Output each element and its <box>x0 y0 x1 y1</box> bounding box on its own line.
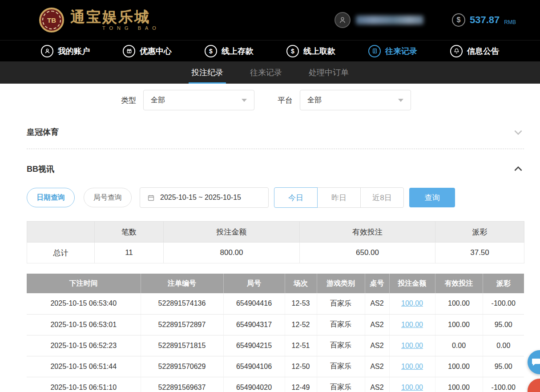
logo-chip-icon: TB <box>39 8 64 32</box>
today-button[interactable]: 今日 <box>274 187 318 208</box>
bet-amount-link[interactable]: 100.00 <box>401 321 423 328</box>
col-header-session: 场次 <box>285 274 317 293</box>
nav-label: 往来记录 <box>385 46 417 57</box>
filter-row: 类型 全部 平台 全部 <box>121 90 524 110</box>
nav-item-withdraw[interactable]: $ 线上取款 <box>286 45 335 57</box>
date-range-picker[interactable]: 2025-10-15 ~ 2025-10-15 <box>140 187 269 208</box>
top-header: TB 通宝娱乐城 TONG BAO $ 537.87 RMB <box>0 0 540 40</box>
round-cell: 654904317 <box>223 314 285 335</box>
table-no-cell: AS2 <box>365 377 389 392</box>
table-row: 2025-10-15 06:53:40 522891574136 6549044… <box>27 293 524 314</box>
search-button[interactable]: 查询 <box>409 188 455 207</box>
session-cell: 12-53 <box>285 293 317 314</box>
summary-bet-value: 800.00 <box>164 242 300 263</box>
type-label: 类型 <box>121 95 136 105</box>
bet-amount-link[interactable]: 100.00 <box>401 363 423 370</box>
chevron-down-icon <box>242 99 247 102</box>
table-no-cell: AS2 <box>365 314 389 335</box>
user-icon <box>41 45 53 57</box>
table-row: 2025-10-15 06:52:23 522891571815 6549042… <box>27 335 524 356</box>
bet-time-cell: 2025-10-15 06:51:44 <box>27 356 141 377</box>
summary-count-value: 11 <box>95 242 164 263</box>
type-select[interactable]: 全部 <box>143 90 254 110</box>
nav-label: 线上取款 <box>303 46 335 57</box>
balance-amount: 537.87 <box>470 14 500 26</box>
main-nav: 我的账户 优惠中心 $ 线上存款 $ 线上取款 往来记录 <box>0 40 540 61</box>
round-cell: 654904106 <box>223 356 285 377</box>
col-header-bet-id: 注单编号 <box>141 274 223 293</box>
payout-cell: -100.00 <box>483 293 524 314</box>
balance-display[interactable]: $ 537.87 RMB <box>452 13 516 27</box>
nav-item-promotions[interactable]: 优惠中心 <box>123 45 172 57</box>
payout-cell: 95.00 <box>483 356 524 377</box>
chevron-up-icon[interactable] <box>512 163 524 175</box>
calendar-icon <box>147 194 155 202</box>
date-range-value: 2025-10-15 ~ 2025-10-15 <box>160 194 241 202</box>
round-cell: 654904416 <box>223 293 285 314</box>
bet-amount-link[interactable]: 100.00 <box>401 384 423 391</box>
table-header-row: 下注时间 注单编号 局号 场次 游戏类别 桌号 投注金额 有效投注 派彩 <box>27 274 524 293</box>
nav-label: 优惠中心 <box>140 46 172 57</box>
payout-cell: -100.00 <box>483 377 524 392</box>
valid-bet-cell: 100.00 <box>435 377 483 392</box>
section-title-crown: 皇冠体育 <box>27 127 59 137</box>
query-controls: 日期查询 局号查询 2025-10-15 ~ 2025-10-15 今日 昨日 … <box>27 187 524 208</box>
bet-amount-link[interactable]: 100.00 <box>401 342 423 349</box>
game-cell: 百家乐 <box>317 314 365 335</box>
chevron-down-icon[interactable] <box>512 126 524 138</box>
bet-id-cell: 522891571815 <box>141 335 223 356</box>
nav-item-announcements[interactable]: 信息公告 <box>450 45 499 57</box>
nav-label: 信息公告 <box>467 46 499 57</box>
bet-time-cell: 2025-10-15 06:52:23 <box>27 335 141 356</box>
platform-select[interactable]: 全部 <box>300 90 411 110</box>
dashed-separator <box>27 149 524 149</box>
logo-chip-text: TB <box>47 16 56 24</box>
bet-amount-link[interactable]: 100.00 <box>401 299 423 307</box>
summary-total-row: 总计 11 800.00 650.00 37.50 <box>27 242 524 263</box>
bet-time-cell: 2025-10-15 06:53:40 <box>27 293 141 314</box>
valid-bet-cell: 100.00 <box>435 356 483 377</box>
summary-header-payout: 派彩 <box>435 222 524 242</box>
payout-cell: 95.00 <box>483 314 524 335</box>
nav-item-deposit[interactable]: $ 线上存款 <box>205 45 254 57</box>
table-no-cell: AS2 <box>365 293 389 314</box>
tab-processing-orders[interactable]: 处理中订单 <box>306 61 351 84</box>
deposit-coin-icon: $ <box>205 45 217 57</box>
tab-betting-records[interactable]: 投注纪录 <box>189 61 226 84</box>
nav-item-my-account[interactable]: 我的账户 <box>41 45 90 57</box>
col-header-valid-bet: 有效投注 <box>435 274 483 293</box>
site-title: 通宝娱乐城 <box>70 9 160 25</box>
game-cell: 百家乐 <box>317 377 365 392</box>
session-cell: 12-50 <box>285 356 317 377</box>
col-header-table-no: 桌号 <box>365 274 389 293</box>
date-query-button[interactable]: 日期查询 <box>27 188 75 207</box>
round-query-button[interactable]: 局号查询 <box>84 188 132 207</box>
platform-select-value: 全部 <box>307 96 322 105</box>
summary-total-label: 总计 <box>27 242 95 263</box>
platform-label: 平台 <box>278 95 293 105</box>
summary-header-valid: 有效投注 <box>300 222 435 242</box>
table-no-cell: AS2 <box>365 335 389 356</box>
game-cell: 百家乐 <box>317 356 365 377</box>
round-cell: 654904020 <box>223 377 285 392</box>
section-crown-sports: 皇冠体育 <box>27 126 524 138</box>
table-no-cell: AS2 <box>365 356 389 377</box>
last8days-button[interactable]: 近8日 <box>360 187 404 208</box>
nav-label: 线上存款 <box>222 46 254 57</box>
site-logo[interactable]: TB 通宝娱乐城 TONG BAO <box>39 8 160 32</box>
bet-id-cell: 522891572897 <box>141 314 223 335</box>
col-header-game-type: 游戏类别 <box>317 274 365 293</box>
yesterday-button[interactable]: 昨日 <box>317 187 361 208</box>
dollar-icon: $ <box>452 13 465 27</box>
nav-label: 我的账户 <box>58 46 90 57</box>
chevron-down-icon <box>398 99 403 102</box>
tab-transaction-records[interactable]: 往来记录 <box>247 61 285 84</box>
round-cell: 654904215 <box>223 335 285 356</box>
summary-table: 笔数 投注金额 有效投注 派彩 总计 11 800.00 650.00 37.5… <box>27 221 524 263</box>
valid-bet-cell: 100.00 <box>435 293 483 314</box>
content: 类型 全部 平台 全部 皇冠体育 BB视讯 日期查询 局号查询 20 <box>0 90 540 392</box>
table-row: 2025-10-15 06:51:10 522891569637 6549040… <box>27 377 524 392</box>
col-header-payout: 派彩 <box>483 274 524 293</box>
nav-item-records[interactable]: 往来记录 <box>368 45 417 57</box>
user-area[interactable] <box>334 12 423 28</box>
